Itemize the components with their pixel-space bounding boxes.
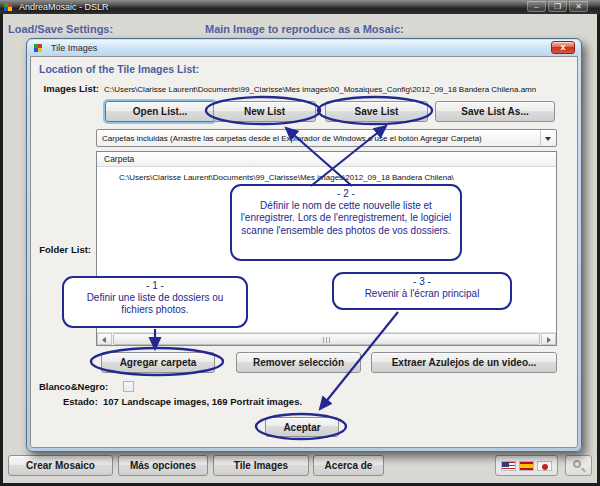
mas-opciones-button[interactable]: Más opciones — [118, 455, 208, 476]
callout-2: - 2 - Définir le nom de cette nouvelle l… — [230, 184, 462, 261]
chevron-down-icon — [545, 137, 551, 141]
scroll-left-icon — [102, 337, 106, 343]
dialog-title: Tile Images — [51, 43, 97, 53]
dialog-close-icon[interactable]: x — [551, 41, 575, 54]
scrollbar-grip-icon — [323, 337, 332, 343]
acerca-de-button[interactable]: Acerca de — [313, 455, 384, 476]
scroll-left-button[interactable] — [97, 333, 112, 345]
scroll-right-icon — [547, 337, 551, 343]
maximize-button[interactable]: ❒ — [548, 1, 567, 12]
folder-list-row[interactable]: C:\Users\Clarisse Laurent\Documents\99_C… — [119, 173, 454, 182]
callout-3-number: - 3 - — [340, 276, 504, 288]
load-save-settings-heading: Load/Save Settings: — [8, 23, 113, 35]
extraer-azulejos-button[interactable]: Extraer Azulejos de un video... — [371, 352, 557, 373]
callout-2-text: Définir le nom de cette nouvelle liste e… — [238, 200, 454, 237]
folder-mode-dropdown-value: Carpetas incluidas (Arrastre las carpeta… — [102, 134, 482, 143]
folder-mode-dropdown[interactable]: Carpetas incluidas (Arrastre las carpeta… — [96, 129, 557, 147]
minimize-button[interactable]: – — [527, 1, 546, 12]
main-window-title: AndreaMosaic - DSLR — [19, 2, 109, 12]
callout-2-number: - 2 - — [238, 188, 454, 200]
search-icon — [573, 460, 581, 468]
scroll-right-button[interactable] — [541, 333, 556, 345]
dialog-mosaic-icon — [34, 44, 38, 48]
us-flag-icon — [501, 461, 516, 471]
dialog-titlebar: Tile Images — [28, 40, 580, 56]
scrollbar-thumb[interactable] — [113, 333, 540, 345]
open-list-button[interactable]: Open List... — [105, 101, 215, 122]
aceptar-button[interactable]: Aceptar — [265, 417, 339, 437]
main-image-heading: Main Image to reproduce as a Mosaic: — [205, 23, 404, 35]
agregar-carpeta-button[interactable]: Agregar carpeta — [101, 352, 215, 373]
screen: Load/Save Settings: Main Image to reprod… — [0, 0, 600, 486]
remover-seleccion-button[interactable]: Remover selección — [236, 352, 361, 373]
callout-3-text: Revenir à l'écran principal — [340, 288, 504, 300]
carpeta-column-header: Carpeta — [97, 152, 556, 167]
images-list-label: Images List: — [37, 83, 99, 94]
language-flags-button[interactable] — [495, 455, 558, 476]
callout-3: - 3 - Revenir à l'écran principal — [332, 272, 512, 310]
crear-mosaico-button[interactable]: Crear Mosaico — [8, 455, 113, 476]
tile-images-button[interactable]: Tile Images — [213, 455, 309, 476]
andreamosaic-app-icon — [4, 3, 8, 7]
images-list-path: C:\Users\Clarisse Laurent\Documents\99_C… — [104, 85, 536, 94]
dropdown-arrow-box[interactable] — [540, 130, 556, 146]
folder-list-label: Folder List: — [31, 244, 91, 255]
blanco-negro-checkbox[interactable] — [123, 381, 134, 392]
callout-1-number: - 1 - — [70, 280, 240, 292]
search-button[interactable] — [565, 455, 592, 476]
close-button[interactable]: ✕ — [569, 1, 588, 12]
blanco-negro-label: Blanco&Negro: — [39, 381, 108, 392]
location-heading: Location of the Tile Images List: — [39, 63, 199, 75]
save-list-button[interactable]: Save List — [325, 101, 428, 122]
japan-flag-icon — [537, 461, 552, 471]
save-list-as-button[interactable]: Save List As... — [435, 101, 555, 122]
estado-value: 107 Landscape images, 169 Portrait image… — [103, 396, 302, 407]
main-window-titlebar: AndreaMosaic - DSLR – ❒ ✕ — [0, 0, 600, 14]
callout-1-text: Definir une liste de dossiers ou fichier… — [70, 292, 240, 316]
new-list-button[interactable]: New List — [213, 101, 316, 122]
estado-label: Estado: — [63, 396, 98, 407]
spain-flag-icon — [519, 461, 534, 471]
callout-1: - 1 - Definir une liste de dossiers ou f… — [62, 276, 248, 328]
horizontal-scrollbar[interactable] — [97, 332, 556, 345]
